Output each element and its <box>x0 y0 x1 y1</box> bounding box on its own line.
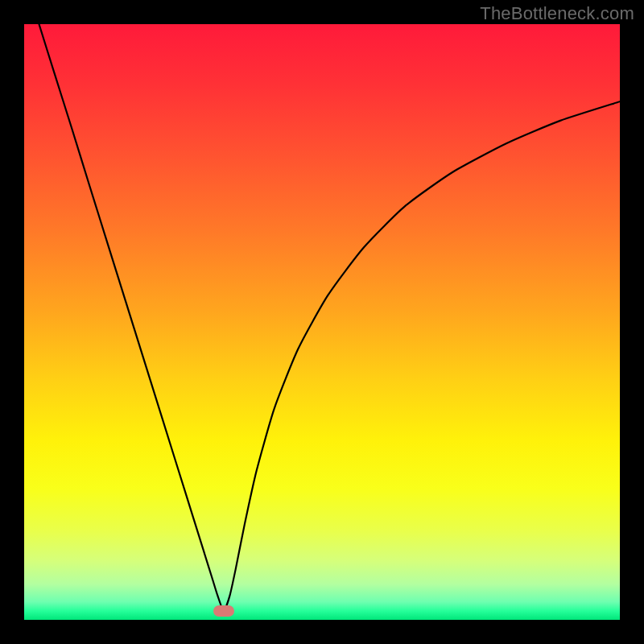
attribution-text: TheBottleneck.com <box>480 3 634 24</box>
optimal-marker <box>213 605 234 617</box>
curve-plot <box>24 24 620 620</box>
plot-frame <box>24 24 620 620</box>
